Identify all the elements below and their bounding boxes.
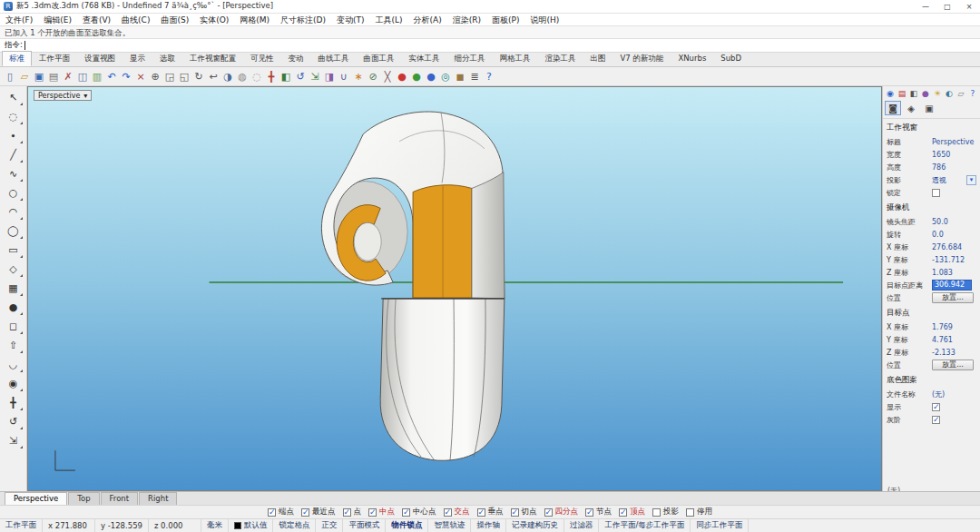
pan-icon[interactable]: ⊕	[148, 69, 162, 84]
checkbox[interactable]	[619, 508, 627, 517]
rotate-icon[interactable]: ↺	[293, 69, 308, 84]
toolbar-tab[interactable]: SubD	[713, 51, 749, 66]
lights-panel-icon[interactable]: ☀	[932, 88, 943, 99]
polyline-icon[interactable]: ╱	[3, 145, 24, 164]
checkbox[interactable]	[686, 508, 694, 517]
layers-panel-icon[interactable]: ▤	[897, 88, 907, 99]
box-tool-icon[interactable]: ◻	[3, 317, 24, 336]
save-icon[interactable]: ▣	[32, 69, 46, 84]
osnap-toggle[interactable]: 最近点	[301, 507, 336, 517]
menu-item[interactable]: 文件(F)	[0, 14, 38, 26]
render-panel-icon[interactable]: ◐	[944, 88, 955, 99]
select-pointer-icon[interactable]: ↖	[3, 88, 24, 107]
checkbox[interactable]	[301, 508, 309, 517]
osnap-toggle[interactable]: 交点	[444, 507, 470, 517]
property-value[interactable]: 306.942	[932, 280, 972, 291]
viewport-title-menu[interactable]: Perspective ▾	[34, 90, 92, 101]
toolbar-tab[interactable]: 可见性	[243, 51, 281, 66]
osnap-toggle[interactable]: 切点	[511, 507, 537, 517]
torus-icon[interactable]: ◎	[438, 69, 453, 84]
toolbar-tab[interactable]: 网格工具	[493, 51, 538, 66]
units-button[interactable]: 毫米	[201, 519, 229, 532]
property-value[interactable]: 4.761	[932, 336, 976, 344]
osnap-toggle[interactable]: 四分点	[544, 507, 579, 517]
lasso-select-icon[interactable]: ◌	[3, 107, 24, 126]
properties-panel-icon[interactable]: ◉	[885, 88, 896, 99]
property-value[interactable]: 1650	[932, 151, 976, 159]
rotate-view-icon[interactable]: ↻	[191, 69, 206, 84]
redo-icon[interactable]: ↷	[119, 69, 133, 84]
checkbox[interactable]	[932, 189, 940, 197]
menu-item[interactable]: 说明(H)	[525, 14, 565, 26]
current-layer-button[interactable]: 默认值	[229, 519, 274, 532]
arc-icon[interactable]: ◠	[3, 202, 24, 222]
point-icon[interactable]: ∙	[3, 126, 24, 145]
osnap-toggle[interactable]: 中心点	[402, 507, 436, 517]
zoom-extents-icon[interactable]: ◱	[177, 69, 191, 84]
osnap-toggle[interactable]: 停用	[686, 507, 712, 517]
checkbox[interactable]	[368, 508, 377, 517]
rotate-tool-icon[interactable]: ↺	[3, 412, 24, 431]
shaded-display-icon[interactable]: ◑	[220, 69, 235, 84]
mirror-icon[interactable]: ◨	[322, 69, 337, 84]
toolbar-tab[interactable]: 出图	[583, 51, 613, 66]
curve-icon[interactable]: ∿	[3, 164, 24, 183]
property-value[interactable]: 1.083	[932, 269, 976, 277]
menu-item[interactable]: 面板(P)	[486, 14, 524, 26]
fillet-icon[interactable]: ◡	[3, 355, 24, 374]
toggle-grid-snap[interactable]: 锁定格点	[273, 519, 316, 532]
toggle-ortho[interactable]: 正交	[316, 519, 343, 532]
sphere-blue-icon[interactable]: ●	[424, 69, 438, 84]
viewport-tab-perspective[interactable]: Perspective	[5, 492, 67, 505]
toolbar-tab[interactable]: 曲线工具	[311, 51, 357, 66]
close-button[interactable]: ×	[958, 0, 980, 14]
osnap-toggle[interactable]: 点	[343, 507, 362, 517]
zoom-window-icon[interactable]: ◲	[162, 69, 177, 84]
toolbar-tab[interactable]: 显示	[122, 51, 152, 66]
property-value[interactable]: Perspective	[932, 138, 976, 146]
osnap-toggle[interactable]: 顶点	[619, 507, 645, 517]
menu-item[interactable]: 曲线(C)	[116, 14, 155, 26]
checkbox[interactable]	[932, 416, 940, 424]
sphere-green-icon[interactable]: ●	[409, 69, 424, 84]
print-icon[interactable]: ▤	[46, 69, 61, 84]
sphere-red-icon[interactable]: ●	[395, 69, 409, 84]
undo-icon[interactable]: ↶	[104, 69, 119, 84]
checkbox[interactable]	[544, 508, 553, 517]
split-icon[interactable]: ╳	[380, 69, 395, 84]
join-icon[interactable]: ∪	[337, 69, 351, 84]
ellipse-icon[interactable]: ◯	[3, 222, 24, 241]
checkbox[interactable]	[477, 508, 485, 517]
toolbar-tab[interactable]: 渲染工具	[538, 51, 583, 66]
toggle-cplane-mode[interactable]: 工作平面/每步工作平面	[599, 519, 691, 532]
toolbar-tab[interactable]: 工作视窗配置	[182, 51, 243, 66]
osnap-toggle[interactable]: 垂点	[477, 507, 504, 517]
toggle-planar[interactable]: 平面模式	[343, 519, 386, 532]
perspective-viewport[interactable]: Perspective ▾	[27, 86, 882, 491]
minimize-button[interactable]: —	[915, 0, 936, 14]
viewport-tab-top[interactable]: Top	[68, 492, 99, 505]
osnap-toggle[interactable]: 投影	[652, 507, 679, 517]
osnap-toggle[interactable]: 端点	[268, 507, 294, 517]
menu-item[interactable]: 网格(M)	[234, 14, 275, 26]
scale-tool-icon[interactable]: ⇲	[3, 431, 24, 450]
checkbox[interactable]	[652, 508, 661, 517]
toggle-sync-cplane[interactable]: 同步工作平面	[691, 519, 749, 532]
menu-item[interactable]: 尺寸标注(D)	[275, 14, 331, 26]
viewport-tab-right[interactable]: Right	[139, 492, 177, 505]
property-value[interactable]: 1.769	[932, 323, 976, 331]
viewport-properties-icon[interactable]: ◙	[885, 101, 901, 115]
explode-icon[interactable]: ∗	[351, 69, 366, 84]
wallpaper-icon[interactable]: ▣	[921, 101, 937, 115]
menu-item[interactable]: 编辑(E)	[38, 14, 77, 26]
circle-icon[interactable]: ○	[3, 183, 24, 202]
polygon-icon[interactable]: ◇	[3, 260, 24, 279]
help-panel-icon[interactable]: ?	[967, 88, 978, 99]
menu-item[interactable]: 曲面(S)	[155, 14, 194, 26]
toggle-record-history[interactable]: 记录建构历史	[506, 519, 564, 532]
toolbar-tab[interactable]: XNurbs	[671, 51, 713, 66]
sphere-tool-icon[interactable]: ●	[3, 298, 24, 317]
toggle-osnap[interactable]: 物件锁点	[386, 519, 428, 532]
scale-icon[interactable]: ⇲	[308, 69, 322, 84]
help-icon[interactable]: ?	[482, 69, 496, 84]
